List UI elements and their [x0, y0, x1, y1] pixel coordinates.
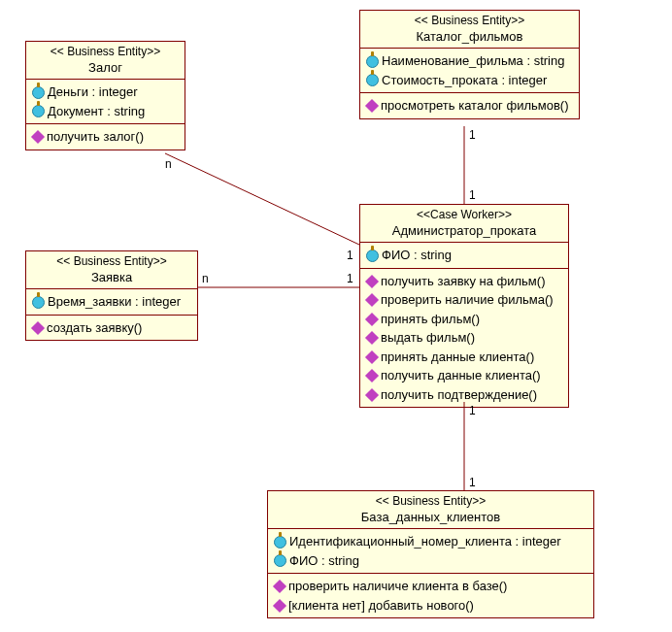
operation-icon: [365, 275, 379, 288]
attributes-section: Наименование_фильма : string Стоимость_п…: [360, 49, 579, 93]
class-header: << Business Entity>> Залог: [26, 42, 185, 80]
operation-row: получить заявку на фильм(): [366, 272, 562, 291]
attributes-section: Деньги : integer Документ : string: [26, 80, 185, 124]
multiplicity: 1: [469, 188, 476, 202]
class-name: Залог: [32, 60, 179, 77]
class-zalog[interactable]: << Business Entity>> Залог Деньги : inte…: [25, 41, 185, 150]
class-name: Каталог_фильмов: [366, 29, 573, 46]
attribute-icon: [274, 536, 286, 549]
operation-icon: [365, 293, 379, 307]
operations-section: получить залог(): [26, 124, 185, 150]
attribute-row: Деньги : integer: [32, 83, 179, 102]
class-admin[interactable]: <<Case Worker>> Администратор_проката ФИ…: [359, 204, 569, 408]
attribute-icon: [32, 105, 45, 117]
class-db[interactable]: << Business Entity>> База_данных_клиенто…: [267, 490, 594, 618]
operation-row: принять данные клиента(): [366, 348, 562, 367]
operation-icon: [365, 388, 379, 402]
attribute-icon: [366, 74, 379, 86]
operation-icon: [365, 331, 379, 345]
operations-section: создать заявку(): [26, 316, 197, 341]
attribute-icon: [366, 55, 379, 68]
operation-icon: [273, 580, 286, 593]
multiplicity: 1: [469, 128, 476, 142]
multiplicity: 1: [469, 476, 476, 489]
class-header: << Business Entity>> База_данных_клиенто…: [268, 491, 593, 529]
attribute-icon: [32, 86, 45, 99]
operation-icon: [31, 321, 45, 335]
operation-row: проверить наличие фильма(): [366, 290, 562, 310]
stereotype-label: <<Case Worker>>: [366, 208, 562, 223]
attribute-row: Наименование_фильма : string: [366, 51, 573, 71]
operation-row: получить данные клиента(): [366, 366, 562, 385]
operation-icon: [365, 313, 379, 326]
attributes-section: Время_заявки : integer: [26, 289, 197, 316]
stereotype-label: << Business Entity>>: [274, 494, 588, 510]
operation-icon: [31, 130, 45, 144]
stereotype-label: << Business Entity>>: [32, 254, 191, 270]
stereotype-label: << Business Entity>>: [366, 14, 573, 29]
class-name: Администратор_проката: [366, 223, 562, 240]
operation-row: просмотреть каталог фильмов(): [366, 96, 573, 116]
operations-section: проверить наличиче клиента в базе() [кли…: [268, 574, 593, 617]
attributes-section: ФИО : string: [360, 243, 568, 269]
multiplicity: 1: [347, 249, 353, 262]
attribute-icon: [32, 296, 45, 309]
class-catalog[interactable]: << Business Entity>> Каталог_фильмов Наи…: [359, 10, 580, 119]
class-name: Заявка: [32, 270, 191, 286]
class-header: << Business Entity>> Заявка: [26, 251, 197, 289]
attribute-row: Документ : string: [32, 102, 179, 121]
attribute-row: Идентификационный_номер_клиента : intege…: [274, 532, 588, 551]
multiplicity: 1: [469, 404, 476, 417]
attribute-row: ФИО : string: [274, 551, 588, 571]
operations-section: просмотреть каталог фильмов(): [360, 93, 579, 118]
operations-section: получить заявку на фильм() проверить нал…: [360, 269, 568, 408]
class-header: <<Case Worker>> Администратор_проката: [360, 205, 568, 243]
operation-row: получить залог(): [32, 127, 179, 147]
attribute-icon: [274, 554, 286, 567]
operation-icon: [365, 350, 379, 364]
class-header: << Business Entity>> Каталог_фильмов: [360, 11, 579, 49]
multiplicity: n: [165, 157, 172, 171]
stereotype-label: << Business Entity>>: [32, 45, 179, 60]
assoc-zalog-admin: [165, 153, 359, 245]
operation-row: проверить наличиче клиента в базе(): [274, 577, 588, 596]
operation-row: принять фильм(): [366, 310, 562, 329]
operation-icon: [365, 369, 379, 383]
operation-row: выдать фильм(): [366, 328, 562, 348]
attribute-icon: [366, 249, 379, 262]
attribute-row: Время_заявки : integer: [32, 292, 191, 312]
class-zayavka[interactable]: << Business Entity>> Заявка Время_заявки…: [25, 250, 198, 341]
attribute-row: Стоимость_проката : integer: [366, 71, 573, 90]
class-name: База_данных_клиентов: [274, 510, 588, 526]
attributes-section: Идентификационный_номер_клиента : intege…: [268, 529, 593, 574]
multiplicity: n: [202, 272, 209, 285]
operation-row: получить подтверждение(): [366, 385, 562, 405]
operation-row: [клиента нет] добавить нового(): [274, 596, 588, 615]
attribute-row: ФИО : string: [366, 246, 562, 265]
operation-row: создать заявку(): [32, 318, 191, 338]
operation-icon: [365, 99, 379, 113]
operation-icon: [273, 599, 286, 613]
multiplicity: 1: [347, 272, 353, 285]
